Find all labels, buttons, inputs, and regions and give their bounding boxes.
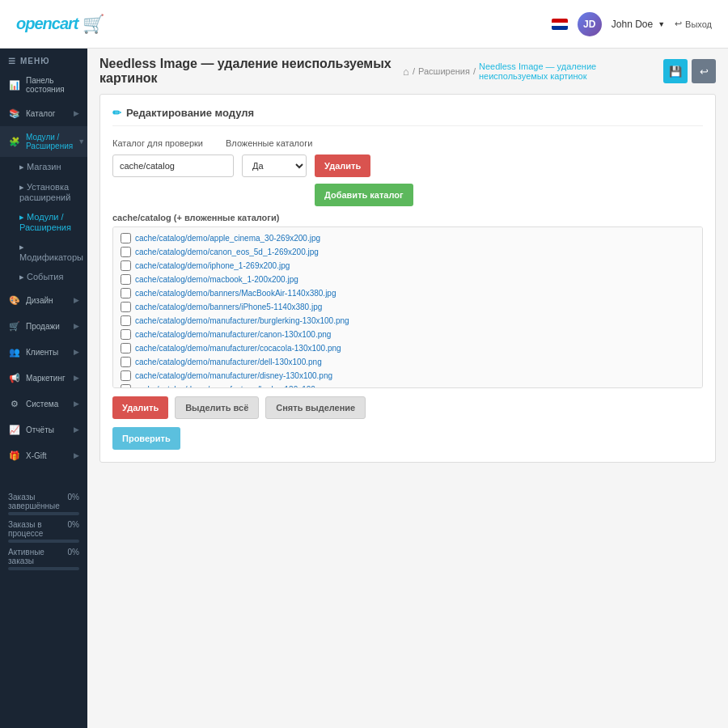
file-label: cache/catalog/demo/canon_eos_5d_1-269x20… (135, 248, 319, 256)
sidebar-item-xgift[interactable]: 🎁 X-Gift ▶ (0, 442, 87, 468)
file-label: cache/catalog/demo/banners/iPhone5-1140x… (135, 303, 322, 311)
chevron-right-icon: ▶ (74, 109, 79, 117)
chevron-right-icon: ▶ (74, 400, 79, 408)
marketing-icon: 📢 (8, 371, 21, 384)
sidebar-item-label: Продажи (26, 322, 60, 331)
save-button[interactable]: 💾 (663, 59, 688, 83)
delete-catalog-button[interactable]: Удалить (315, 154, 370, 177)
list-item[interactable]: cache/catalog/demo/manufacturer/burglerk… (117, 314, 698, 328)
breadcrumb-extensions[interactable]: Расширения (418, 66, 470, 76)
file-checkbox[interactable] (121, 302, 131, 312)
sidebar-item-sales[interactable]: 🛒 Продажи ▶ (0, 313, 87, 339)
header-right: JD John Doe ▼ ↩ Выход (552, 12, 712, 36)
add-catalog-button[interactable]: Добавить каталог (315, 184, 413, 206)
sidebar-item-label: Отчёты (26, 425, 54, 434)
logout-icon: ↩ (675, 19, 682, 29)
list-item[interactable]: cache/catalog/demo/manufacturer/harley-1… (117, 383, 698, 388)
sales-icon: 🛒 (8, 320, 21, 332)
sidebar-item-reports[interactable]: 📈 Отчёты ▶ (0, 417, 87, 442)
breadcrumb: ⌂ / Расширения / Needless Image — удален… (403, 61, 655, 81)
sidebar-sub-modifiers[interactable]: ▸ Модификаторы (0, 237, 87, 267)
list-item[interactable]: cache/catalog/demo/banners/iPhone5-1140x… (117, 300, 698, 314)
system-icon: ⚙ (8, 397, 21, 410)
sidebar-item-marketing[interactable]: 📢 Маркетинг ▶ (0, 365, 87, 391)
file-label: cache/catalog/demo/iphone_1-269x200.jpg (135, 261, 290, 270)
logout-label: Выход (685, 19, 712, 29)
file-checkbox[interactable] (121, 315, 131, 326)
back-button[interactable]: ↩ (692, 59, 716, 83)
sub-label: ▸ Модификаторы (19, 242, 83, 262)
sub-label: ▸ Установка расширений (19, 182, 70, 202)
top-header: opencart 🛒 JD John Doe ▼ ↩ Выход (0, 0, 728, 49)
module-card: ✏ Редактирование модуля Каталог для пров… (99, 94, 716, 463)
language-flag[interactable] (552, 19, 568, 30)
file-checkbox[interactable] (121, 288, 131, 298)
app-wrapper: opencart 🛒 JD John Doe ▼ ↩ Выход ☰ МЕНЮ … (0, 0, 728, 728)
toolbar-icons: 💾 ↩ (663, 59, 716, 83)
sidebar-item-clients[interactable]: 👥 Клиенты ▶ (0, 339, 87, 365)
sidebar-sub-modules[interactable]: ▸ Модули / Расширения (0, 207, 87, 237)
list-item[interactable]: cache/catalog/demo/apple_cinema_30-269x2… (117, 231, 698, 245)
breadcrumb-home-icon[interactable]: ⌂ (403, 66, 409, 78)
sidebar-menu-title: ☰ МЕНЮ (0, 49, 87, 70)
list-item[interactable]: cache/catalog/demo/banners/MacBookAir-11… (117, 286, 698, 300)
file-label: cache/catalog/demo/manufacturer/burglerk… (135, 316, 349, 325)
list-item[interactable]: cache/catalog/demo/manufacturer/disney-1… (117, 369, 698, 383)
catalog-icon: 📚 (8, 107, 21, 120)
file-checkbox[interactable] (121, 357, 131, 367)
list-item[interactable]: cache/catalog/demo/macbook_1-200x200.jpg (117, 273, 698, 286)
sidebar-item-design[interactable]: 🎨 Дизайн ▶ (0, 287, 87, 313)
logo: opencart 🛒 (16, 14, 104, 35)
file-label: cache/catalog/demo/manufacturer/harley-1… (135, 385, 331, 388)
file-label: cache/catalog/demo/manufacturer/canon-13… (135, 330, 331, 339)
file-checkbox[interactable] (121, 247, 131, 257)
list-item[interactable]: cache/catalog/demo/manufacturer/dell-130… (117, 355, 698, 369)
delete-label: Удалить (122, 403, 159, 413)
sidebar-item-label: Система (26, 400, 58, 408)
chevron-right-icon: ▶ (74, 348, 79, 356)
chevron-down-icon: ▼ (78, 138, 85, 146)
logo-cart-icon: 🛒 (83, 14, 104, 35)
chevron-right-icon: ▶ (74, 451, 79, 459)
sub-label: ▸ События (19, 272, 63, 281)
file-checkbox[interactable] (121, 384, 131, 388)
sidebar-item-modules[interactable]: 🧩 Модули / Расширения ▼ (0, 126, 87, 157)
file-checkbox[interactable] (121, 233, 131, 243)
catalog-label: Каталог для проверки (112, 138, 218, 148)
file-list[interactable]: cache/catalog/demo/apple_cinema_30-269x2… (112, 226, 703, 388)
file-label: cache/catalog/demo/apple_cinema_30-269x2… (135, 234, 320, 243)
list-item[interactable]: cache/catalog/demo/manufacturer/canon-13… (117, 328, 698, 341)
sidebar-item-label: Модули / Расширения (26, 133, 73, 150)
select-all-button[interactable]: Выделить всё (175, 396, 259, 419)
list-item[interactable]: cache/catalog/demo/canon_eos_5d_1-269x20… (117, 245, 698, 259)
file-label: cache/catalog/demo/manufacturer/dell-130… (135, 358, 322, 366)
delete-selected-button[interactable]: Удалить (112, 396, 168, 419)
nested-select[interactable]: Да Нет (242, 154, 307, 177)
catalog-inputs-row: Да Нет Удалить (112, 154, 703, 177)
deselect-button[interactable]: Снять выделение (265, 396, 366, 419)
user-name: John Doe (612, 19, 653, 30)
file-checkbox[interactable] (121, 274, 131, 285)
check-button[interactable]: Проверить (112, 427, 180, 450)
file-label: cache/catalog/demo/macbook_1-200x200.jpg (135, 275, 298, 284)
list-item[interactable]: cache/catalog/demo/iphone_1-269x200.jpg (117, 259, 698, 273)
file-checkbox[interactable] (121, 343, 131, 353)
file-label: cache/catalog/demo/banners/MacBookAir-11… (135, 289, 336, 298)
sidebar-sub-events[interactable]: ▸ События (0, 267, 87, 287)
sidebar-item-label: X-Gift (26, 451, 47, 460)
list-item[interactable]: cache/catalog/demo/manufacturer/cocacola… (117, 341, 698, 355)
main-content: Needless Image — удаление неиспользуемых… (87, 49, 728, 728)
file-checkbox[interactable] (121, 329, 131, 340)
sidebar-sub-store[interactable]: ▸ Магазин (0, 157, 87, 177)
user-dropdown[interactable]: John Doe ▼ (612, 19, 665, 30)
sidebar-item-system[interactable]: ⚙ Система ▶ (0, 391, 87, 417)
file-checkbox[interactable] (121, 260, 131, 271)
sidebar-item-catalog[interactable]: 📚 Каталог ▶ (0, 100, 87, 126)
catalog-input[interactable] (112, 154, 234, 177)
logout-button[interactable]: ↩ Выход (675, 19, 712, 29)
sidebar-item-dashboard[interactable]: 📊 Панель состояния (0, 70, 87, 100)
file-checkbox[interactable] (121, 370, 131, 381)
clients-icon: 👥 (8, 345, 21, 358)
sidebar-sub-install[interactable]: ▸ Установка расширений (0, 177, 87, 207)
catalog-row: Каталог для проверки Вложенные каталоги (112, 138, 703, 148)
